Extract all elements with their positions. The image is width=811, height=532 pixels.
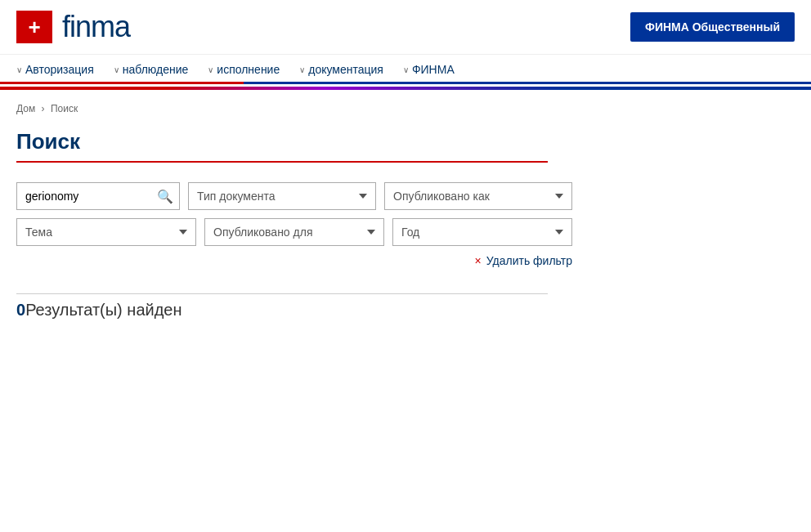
chevron-icon: ∨ <box>299 65 305 74</box>
nav-label-auth: Авторизация <box>25 63 94 76</box>
logo-text[interactable]: finma <box>62 10 130 44</box>
nav-item-ispoln[interactable]: ∨ исполнение <box>208 55 280 84</box>
results-label: Результат(ы) найден <box>25 301 181 319</box>
filter-doc-type[interactable]: Тип документа <box>188 182 376 210</box>
search-input[interactable] <box>16 182 180 210</box>
breadcrumb-separator: › <box>42 103 45 114</box>
nav-item-finma[interactable]: ∨ ФИНМА <box>403 55 455 84</box>
filter-year[interactable]: Год <box>392 218 572 246</box>
breadcrumb-current: Поиск <box>51 103 78 114</box>
page-title: Поиск <box>16 129 548 163</box>
breadcrumb-home[interactable]: Дом <box>16 103 35 114</box>
public-button[interactable]: ФИНМА Общественный <box>630 12 795 42</box>
filter-pub-for[interactable]: Опубликовано для <box>204 218 384 246</box>
search-icon[interactable]: 🔍 <box>157 189 173 204</box>
filter-pub-as[interactable]: Опубликовано как <box>384 182 572 210</box>
search-input-wrapper: 🔍 <box>16 182 180 210</box>
delete-filter-x-icon[interactable]: × <box>475 254 482 267</box>
chevron-icon: ∨ <box>403 65 409 74</box>
nav-label-nabl: наблюдение <box>123 63 189 76</box>
nav-label-doc: документация <box>308 63 383 76</box>
chevron-icon: ∨ <box>114 65 119 74</box>
results-section: 0Результат(ы) найден <box>16 293 548 320</box>
logo-flag-icon <box>16 11 52 43</box>
chevron-icon: ∨ <box>208 65 213 74</box>
filter-actions: × Удалить фильтр <box>16 254 572 267</box>
header: finma ФИНМА Общественный <box>0 0 811 55</box>
nav-label-finma: ФИНМА <box>412 63 455 76</box>
search-row-2: Тема Опубликовано для Год <box>16 218 572 246</box>
breadcrumb: Дом › Поиск <box>16 103 795 114</box>
delete-filter-link[interactable]: Удалить фильтр <box>486 254 572 267</box>
logo-area: finma <box>16 10 130 44</box>
search-area: 🔍 Тип документа Опубликовано как Тема Оп… <box>16 182 572 267</box>
nav-item-nabl[interactable]: ∨ наблюдение <box>114 55 189 84</box>
search-row-1: 🔍 Тип документа Опубликовано как <box>16 182 572 210</box>
chevron-icon: ∨ <box>16 65 22 74</box>
nav-bar: ∨ Авторизация ∨ наблюдение ∨ исполнение … <box>0 55 811 87</box>
results-number: 0 <box>16 301 25 319</box>
nav-item-doc[interactable]: ∨ документация <box>299 55 383 84</box>
filter-theme[interactable]: Тема <box>16 218 196 246</box>
nav-item-auth[interactable]: ∨ Авторизация <box>16 55 94 84</box>
results-count: 0Результат(ы) найден <box>16 301 548 320</box>
nav-label-ispoln: исполнение <box>217 63 280 76</box>
main-content: Дом › Поиск Поиск 🔍 Тип документа Опубли… <box>0 90 811 352</box>
